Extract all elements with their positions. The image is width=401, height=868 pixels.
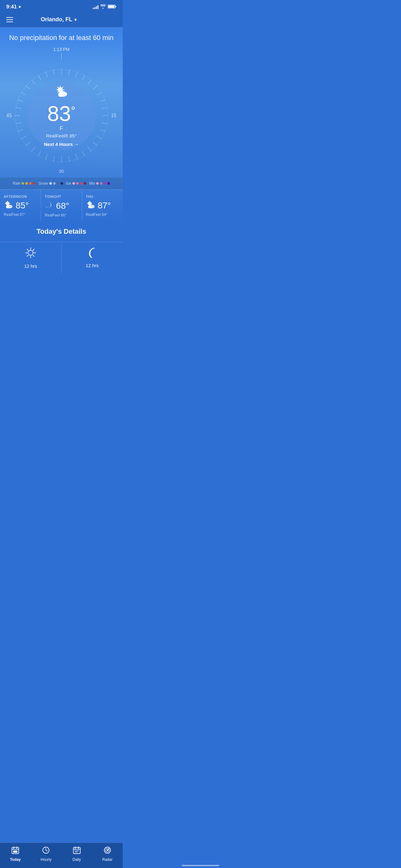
svg-line-15	[97, 136, 102, 139]
svg-point-65	[88, 205, 91, 208]
wifi-icon	[100, 4, 106, 10]
svg-rect-1	[108, 5, 114, 7]
snow-legend-item: Snow	[38, 181, 63, 186]
rain-dot-3	[29, 182, 32, 185]
snow-dot-1	[49, 182, 52, 185]
forecast-thu-realfeel: RealFeel 94°	[86, 213, 119, 217]
location-selector[interactable]: Orlando, FL ▾	[41, 16, 76, 23]
rain-dot-2	[25, 182, 28, 185]
forecast-tonight-temp: 68°	[56, 201, 69, 211]
precipitation-legend: Rain Snow Ice Mix	[0, 178, 123, 189]
svg-line-7	[88, 80, 92, 84]
svg-line-5	[75, 71, 77, 78]
svg-line-74	[27, 255, 28, 256]
details-item-night: 12 hrs	[62, 242, 123, 274]
svg-line-22	[53, 156, 54, 162]
svg-rect-2	[115, 6, 116, 7]
temperature-unit: F	[60, 125, 63, 132]
mix-dot-3	[104, 182, 106, 185]
forecast-afternoon-temp-row: 85°	[4, 200, 37, 211]
ice-dot-3	[80, 182, 82, 185]
mix-legend-label: Mix	[89, 181, 95, 186]
svg-line-9	[97, 92, 102, 95]
svg-line-6	[82, 75, 85, 80]
forecast-thu[interactable]: THU 87° RealFeel 94°	[82, 190, 123, 221]
status-bar: 9:41 ➤	[0, 0, 123, 12]
svg-line-14	[100, 130, 106, 131]
menu-line-2	[6, 19, 13, 20]
app-header: Orlando, FL ▾	[0, 12, 123, 28]
forecast-tonight-temp-row: 68°	[45, 200, 78, 211]
gauge-center-circle: 83 ° F RealFeel® 85° Next 4 Hours →	[27, 81, 96, 150]
time-display: 9:41	[6, 4, 17, 10]
svg-line-20	[68, 156, 69, 162]
svg-line-25	[31, 147, 35, 152]
svg-line-17	[88, 147, 92, 152]
svg-line-29	[15, 123, 22, 124]
svg-line-28	[18, 130, 23, 131]
forecast-tonight[interactable]: TONIGHT 68° RealFeel 66°	[41, 190, 82, 221]
forecast-afternoon-realfeel: RealFeel 87°	[4, 213, 37, 217]
rain-dot-4	[33, 182, 35, 185]
mix-dot-1	[96, 182, 99, 185]
gauge-bottom-label: 30	[0, 169, 123, 178]
svg-line-16	[93, 142, 97, 146]
menu-line-1	[6, 17, 13, 18]
forecast-thu-icon	[86, 200, 95, 211]
current-time-label: 1:13 PM	[0, 47, 123, 52]
svg-line-33	[21, 92, 26, 95]
svg-line-23	[45, 154, 47, 160]
details-item-daylight: 12 hrs	[0, 242, 62, 274]
ice-dot-2	[76, 182, 79, 185]
svg-line-48	[58, 91, 58, 92]
svg-line-13	[101, 123, 108, 124]
current-temperature: 83 °	[47, 103, 75, 124]
todays-details-section: Today's Details 12 hrs	[0, 221, 123, 277]
mix-dot-2	[100, 182, 102, 185]
svg-point-66	[28, 250, 33, 255]
svg-line-10	[100, 100, 106, 101]
moon-icon	[88, 247, 97, 260]
svg-line-36	[38, 75, 41, 80]
status-time: 9:41 ➤	[6, 4, 21, 10]
svg-line-45	[58, 87, 58, 88]
forecast-period-thu: THU	[86, 195, 119, 198]
sun-icon	[25, 247, 36, 261]
menu-button[interactable]	[6, 17, 13, 22]
next-hours-button[interactable]: Next 4 Hours →	[44, 142, 79, 147]
svg-line-19	[75, 154, 77, 160]
svg-line-35	[31, 80, 35, 84]
main-weather-section: No precipitation for at least 60 min 1:1…	[0, 28, 123, 221]
signal-strength-icon	[93, 5, 98, 9]
current-weather-icon	[54, 85, 70, 101]
svg-line-24	[38, 151, 41, 156]
ice-dot-1	[72, 182, 75, 185]
time-tick-mark	[0, 53, 123, 59]
svg-line-47	[62, 87, 63, 88]
night-value: 12 hrs	[86, 263, 99, 268]
realfeel-display: RealFeel® 85°	[46, 133, 77, 138]
svg-line-31	[15, 107, 22, 108]
location-arrow-icon: ➤	[18, 5, 21, 9]
svg-line-71	[27, 249, 28, 251]
rain-legend-label: Rain	[13, 181, 21, 186]
forecast-afternoon[interactable]: AFTERNOON 85° RealFeel 87°	[0, 190, 41, 221]
daylight-value: 12 hrs	[24, 264, 37, 269]
precipitation-status: No precipitation for at least 60 min	[0, 34, 123, 42]
snow-dot-3	[57, 182, 59, 185]
weather-gauge: 45 15	[0, 62, 123, 169]
forecast-tonight-icon	[45, 200, 54, 211]
todays-details-title: Today's Details	[0, 227, 123, 236]
status-icons	[93, 4, 116, 10]
location-name: Orlando, FL	[41, 16, 72, 23]
svg-line-32	[18, 100, 23, 101]
svg-point-58	[6, 205, 9, 208]
forecast-period-afternoon: AFTERNOON	[4, 195, 37, 198]
menu-line-3	[6, 22, 13, 22]
svg-point-51	[59, 91, 65, 96]
svg-line-11	[101, 107, 108, 108]
rain-legend-item: Rain	[13, 181, 36, 186]
gauge-right-label: 15	[111, 113, 116, 118]
snow-dot-2	[53, 182, 56, 185]
bottom-spacer	[0, 277, 123, 305]
